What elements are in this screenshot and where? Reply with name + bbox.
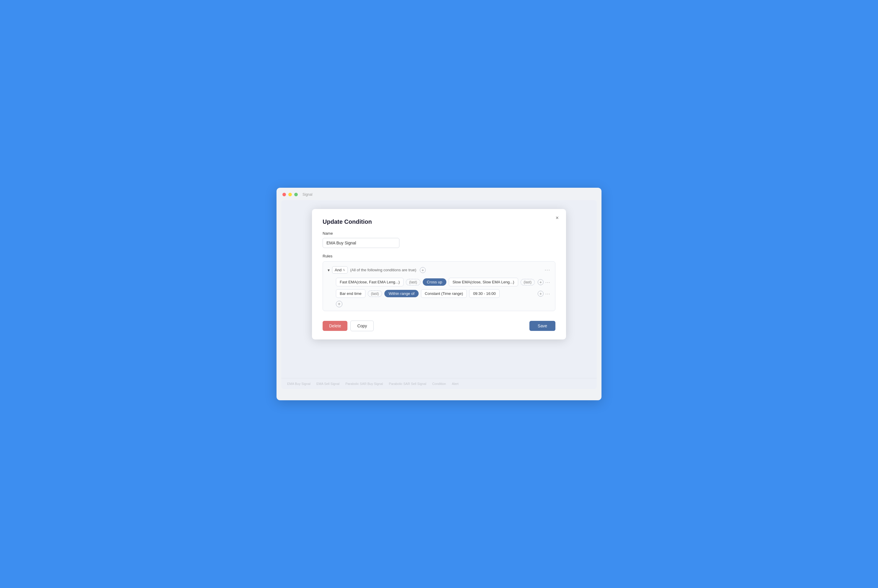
row1-more-button[interactable]: ···: [545, 279, 550, 285]
ellipsis-icon: ···: [545, 291, 550, 296]
modal-footer: Delete Copy Save: [323, 321, 555, 331]
titlebar-minimize: [288, 193, 292, 196]
ellipsis-icon: ···: [545, 279, 550, 285]
modal-title: Update Condition: [323, 218, 555, 225]
time-range-value-chip[interactable]: 09:30 - 16:00: [469, 289, 499, 298]
slow-ema-chip[interactable]: Slow EMA(close, Slow EMA Leng...): [449, 278, 518, 286]
row2-more-button[interactable]: ···: [545, 291, 550, 296]
delete-button[interactable]: Delete: [323, 321, 347, 331]
window-content: × Update Condition Name Rules ▾: [281, 200, 597, 389]
copy-button[interactable]: Copy: [350, 321, 374, 331]
row2-actions: + ···: [538, 291, 550, 297]
within-range-operator[interactable]: Within range of: [384, 290, 418, 297]
ellipsis-icon: ···: [545, 267, 550, 273]
condition-row-1: Fast EMA(close, Fast EMA Leng...) (last)…: [328, 278, 550, 286]
condition-row-2: Bar end time (last) Within range of Cons…: [328, 289, 550, 298]
rules-container: ▾ And ⇅ (All of the following conditions…: [323, 261, 555, 311]
modal-close-button[interactable]: ×: [553, 214, 561, 222]
plus-icon: +: [338, 302, 340, 307]
header-more-button[interactable]: ···: [545, 267, 550, 273]
fast-ema-last-badge[interactable]: (last): [406, 279, 420, 285]
save-button[interactable]: Save: [529, 321, 555, 331]
add-condition-header-button[interactable]: +: [420, 267, 426, 273]
titlebar-label: Signal: [302, 192, 312, 196]
condition-description: (All of the following conditions are tru…: [350, 268, 416, 272]
titlebar: Signal: [281, 192, 597, 196]
close-icon: ×: [556, 215, 559, 221]
and-select[interactable]: And ⇅: [332, 266, 348, 274]
row2-add-button[interactable]: +: [538, 291, 544, 297]
fast-ema-chip[interactable]: Fast EMA(close, Fast EMA Leng...): [336, 278, 404, 286]
slow-ema-last-badge[interactable]: (last): [520, 279, 535, 285]
titlebar-maximize: [294, 193, 298, 196]
add-rule-button[interactable]: +: [336, 301, 343, 307]
chevron-down-icon: ▾: [328, 268, 330, 273]
modal-overlay: × Update Condition Name Rules ▾: [281, 200, 597, 389]
and-arrows-icon: ⇅: [343, 268, 345, 272]
rules-label: Rules: [323, 254, 555, 258]
name-input[interactable]: [323, 238, 399, 248]
rules-header: ▾ And ⇅ (All of the following conditions…: [328, 266, 550, 274]
plus-icon: +: [422, 268, 424, 273]
plus-icon: +: [540, 280, 542, 285]
plus-icon: +: [540, 291, 542, 296]
outer-window: Signal × Update Condition Name Rules: [277, 188, 601, 400]
and-label: And: [335, 268, 341, 272]
constant-time-range-chip[interactable]: Constant (Time range): [421, 289, 467, 298]
update-condition-modal: × Update Condition Name Rules ▾: [312, 209, 566, 339]
bar-end-time-chip[interactable]: Bar end time: [336, 289, 365, 298]
row1-actions: + ···: [538, 279, 550, 285]
titlebar-close: [283, 193, 286, 196]
chevron-expand-button[interactable]: ▾: [328, 268, 330, 273]
row1-add-button[interactable]: +: [538, 279, 544, 285]
name-label: Name: [323, 231, 555, 236]
cross-up-operator[interactable]: Cross up: [423, 278, 447, 286]
bar-end-time-last-badge[interactable]: (last): [368, 291, 382, 297]
